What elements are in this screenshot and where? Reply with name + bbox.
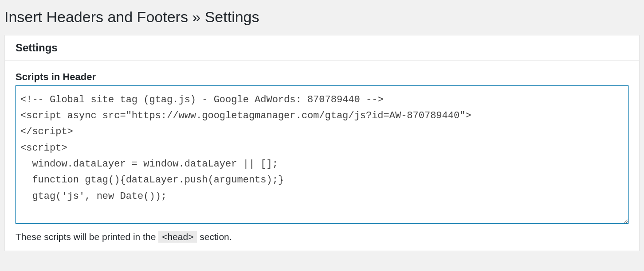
panel-body: Scripts in Header These scripts will be … (5, 61, 639, 251)
page-title: Insert Headers and Footers » Settings (0, 0, 644, 35)
header-scripts-help: These scripts will be printed in the <he… (16, 230, 628, 244)
header-scripts-textarea[interactable] (16, 85, 628, 224)
header-scripts-label: Scripts in Header (16, 71, 628, 83)
help-text-prefix: These scripts will be printed in the (16, 232, 158, 242)
help-text-suffix: section. (200, 232, 232, 242)
head-tag-badge: <head> (158, 231, 197, 243)
settings-panel: Settings Scripts in Header These scripts… (4, 35, 640, 252)
panel-heading: Settings (16, 42, 628, 54)
panel-header: Settings (5, 35, 639, 61)
